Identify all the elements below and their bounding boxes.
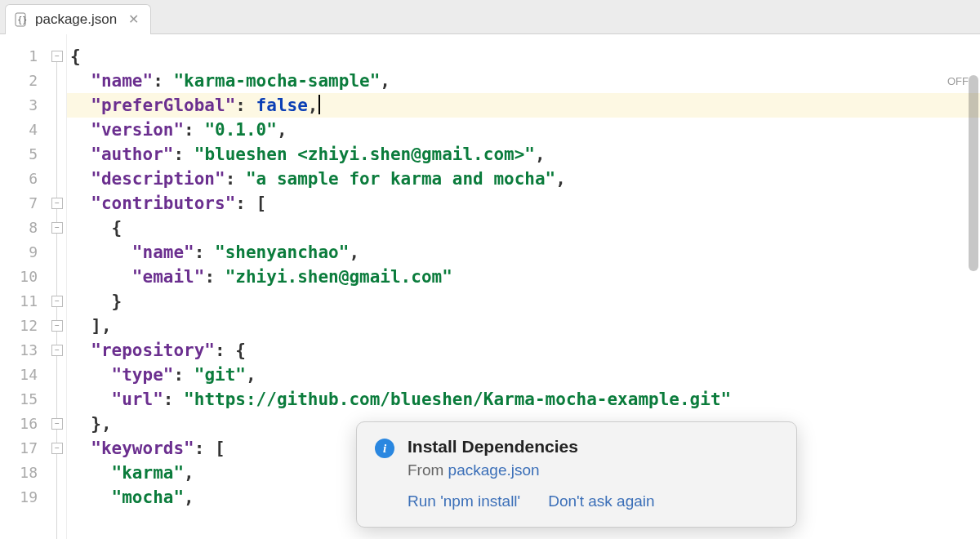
svg-text:{}: {} [17,16,27,24]
code-line[interactable]: "type": "git", [67,363,980,387]
scrollbar-thumb[interactable] [969,75,978,271]
code-line[interactable]: "name": "shenyanchao", [67,240,980,265]
line-number: 3 [0,93,38,118]
line-number: 12 [0,314,38,338]
popup-from-file: package.json [448,461,540,479]
popup-from-prefix: From [408,461,448,479]
inspection-badge[interactable]: OFF [947,75,969,87]
code-line[interactable]: ], [67,314,980,338]
line-number: 4 [0,118,38,142]
line-number: 19 [0,485,38,510]
line-number: 5 [0,142,38,167]
fold-toggle-icon[interactable]: − [51,418,63,430]
tab-filename: package.json [35,11,117,28]
line-number: 10 [0,265,38,289]
code-line[interactable]: "name": "karma-mocha-sample", [67,69,980,93]
code-line[interactable]: } [67,289,980,314]
line-number-gutter: 12345678910111213141516171819 [0,34,47,539]
popup-title: Install Dependencies [408,437,778,457]
fold-toggle-icon[interactable]: − [51,198,63,209]
tab-bar: {} package.json ✕ [0,0,980,34]
line-number: 14 [0,363,38,387]
dont-ask-again-link[interactable]: Don't ask again [548,492,654,510]
popup-subtitle: From package.json [408,461,778,479]
line-number: 15 [0,387,38,412]
line-number: 17 [0,436,38,461]
line-number: 11 [0,289,38,314]
line-number: 13 [0,338,38,363]
fold-toggle-icon[interactable]: − [51,320,63,332]
editor-tab[interactable]: {} package.json ✕ [5,4,151,34]
fold-toggle-icon[interactable]: − [51,51,63,62]
fold-toggle-icon[interactable]: − [51,222,63,234]
line-number: 1 [0,44,38,69]
line-number: 8 [0,216,38,240]
code-line[interactable]: "author": "blueshen <zhiyi.shen@gmail.co… [67,142,980,167]
code-line[interactable]: "url": "https://github.com/blueshen/Karm… [67,387,980,412]
line-number: 9 [0,240,38,265]
line-number: 2 [0,69,38,93]
json-file-icon: {} [14,12,29,27]
fold-toggle-icon[interactable]: − [51,443,63,454]
code-line[interactable]: "version": "0.1.0", [67,118,980,142]
code-line[interactable]: { [67,44,980,69]
fold-toggle-icon[interactable]: − [51,296,63,307]
line-number: 16 [0,412,38,436]
code-line[interactable]: "email": "zhiyi.shen@gmail.com" [67,265,980,289]
popup-body: Install Dependencies From package.json R… [408,437,778,510]
line-number: 18 [0,461,38,485]
fold-gutter: −−−−−−−− [47,34,67,539]
code-line[interactable]: "repository": { [67,338,980,363]
popup-actions: Run 'npm install' Don't ask again [408,492,778,510]
code-line[interactable]: "contributors": [ [67,191,980,216]
install-dependencies-popup: i Install Dependencies From package.json… [356,421,797,528]
code-line[interactable]: "description": "a sample for karma and m… [67,167,980,191]
line-number: 7 [0,191,38,216]
fold-toggle-icon[interactable]: − [51,345,63,356]
run-npm-install-link[interactable]: Run 'npm install' [408,492,520,510]
code-line[interactable]: "preferGlobal": false, [67,93,980,118]
line-number: 6 [0,167,38,191]
info-icon: i [375,439,394,458]
close-tab-icon[interactable]: ✕ [128,13,139,26]
code-line[interactable]: { [67,216,980,240]
